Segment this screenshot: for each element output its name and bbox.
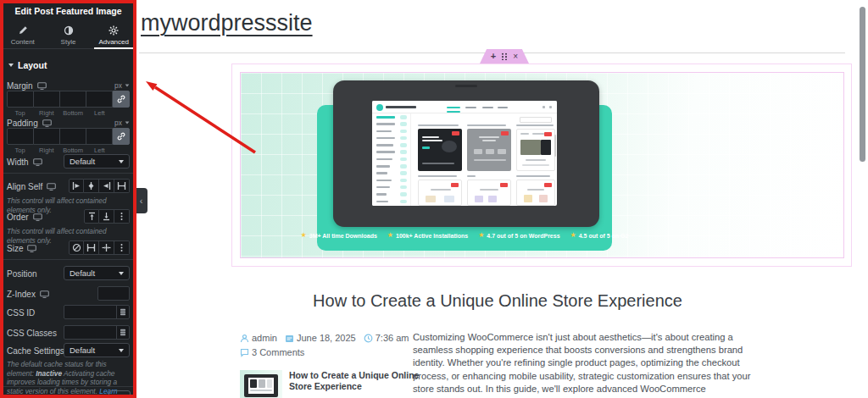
padding-right-input[interactable] [34, 128, 60, 145]
app-template-card-dark [418, 129, 462, 171]
monitor-icon[interactable] [37, 82, 47, 90]
panel-footer-button[interactable] [108, 390, 131, 398]
size-shrink-button[interactable] [99, 240, 114, 255]
gear-icon [108, 25, 119, 36]
post-body-text: Customizing WooCommerce isn't just about… [413, 331, 752, 398]
order-custom-button[interactable] [114, 209, 130, 224]
meta-author[interactable]: admin [240, 333, 277, 343]
stat-g2-rating: ★4.5 out of 5 on G2 [570, 232, 629, 239]
app-close-icon [549, 106, 552, 108]
width-select[interactable]: Default [64, 154, 130, 169]
chevron-down-icon [119, 349, 124, 352]
align-center-button[interactable] [84, 179, 99, 193]
order-first-button[interactable] [84, 209, 99, 224]
monitor-icon[interactable] [33, 158, 42, 166]
app-template-card-gray [467, 129, 511, 171]
monitor-icon[interactable] [27, 245, 36, 252]
link-icon [117, 132, 125, 141]
chevron-down-icon [8, 64, 14, 67]
tab-style[interactable]: Style [46, 22, 92, 48]
size-options [69, 240, 130, 255]
tab-advanced[interactable]: Advanced [91, 22, 136, 48]
monitor-icon[interactable] [33, 213, 42, 221]
page-scrollbar-thumb[interactable] [860, 7, 865, 162]
star-icon: ★ [301, 232, 307, 239]
padding-bottom-input[interactable] [60, 128, 86, 145]
related-post-thumbnail[interactable] [240, 370, 282, 398]
monitor-icon[interactable] [42, 119, 52, 127]
monitor-icon[interactable] [47, 183, 56, 191]
z-index-input[interactable] [98, 290, 129, 298]
elementor-editor-screen: mywordpresssite + × [0, 0, 868, 398]
app-template-card-light [516, 129, 555, 171]
chevron-down-icon [125, 84, 130, 86]
padding-left-input[interactable] [86, 128, 113, 145]
template-library-screenshot [372, 101, 557, 206]
pro-badge [544, 183, 552, 187]
link-values-button[interactable] [113, 91, 130, 108]
panel-collapse-handle[interactable]: ‹ [135, 188, 147, 213]
clock-icon [364, 334, 373, 343]
monitor-icon[interactable] [40, 290, 49, 298]
margin-top-input[interactable] [7, 91, 34, 108]
size-custom-button[interactable] [114, 240, 130, 255]
post-meta: admin June 18, 2025 7:36 am 3 Comments [240, 333, 409, 362]
align-stretch-button[interactable] [114, 179, 130, 193]
order-options [84, 209, 130, 224]
position-select[interactable]: Default [64, 266, 130, 280]
database-icon [120, 329, 126, 336]
tablet-camera [455, 85, 477, 87]
pro-badge [544, 132, 552, 136]
half-circle-icon [64, 25, 74, 36]
css-id-input[interactable] [64, 308, 116, 317]
css-classes-input-wrap [64, 325, 130, 340]
margin-bottom-input[interactable] [60, 91, 86, 108]
unit-select[interactable]: px [114, 81, 130, 90]
app-template-card [418, 180, 462, 206]
app-sync-icon [542, 106, 545, 108]
size-none-button[interactable] [69, 240, 84, 255]
elementor-settings-panel: Edit Post Featured Image Content Style A… [0, 0, 136, 398]
pro-badge [452, 131, 459, 135]
margin-left-input[interactable] [86, 91, 113, 108]
calendar-icon [285, 334, 294, 343]
order-last-button[interactable] [99, 209, 114, 224]
app-template-card [467, 180, 511, 206]
align-start-button[interactable] [69, 179, 84, 193]
site-logo-link[interactable]: mywordpresssite [141, 10, 313, 36]
chevron-left-icon: ‹ [140, 196, 143, 206]
section-divider [0, 386, 136, 387]
meta-time: 7:36 am [364, 333, 409, 343]
align-end-button[interactable] [99, 179, 114, 193]
cache-settings-select[interactable]: Default [64, 343, 130, 357]
related-post-title[interactable]: How to Create a Unique Online Store Expe… [289, 370, 423, 392]
section-divider [0, 259, 136, 260]
padding-sublabels: TopRightBottomLeft [7, 146, 113, 154]
padding-top-input[interactable] [7, 128, 34, 145]
section-divider [0, 173, 136, 174]
post-title: How to Create a Unique Online Store Expe… [139, 291, 856, 311]
featured-image-widget[interactable]: ★3M+ All time Downloads ★100k+ Active In… [240, 72, 844, 258]
dynamic-tags-button[interactable] [116, 326, 129, 339]
margin-right-input[interactable] [34, 91, 60, 108]
widget-handle[interactable]: + × [480, 49, 529, 64]
drag-handle-icon[interactable] [501, 53, 508, 60]
add-widget-icon[interactable]: + [491, 52, 496, 61]
delete-widget-icon[interactable]: × [513, 53, 518, 61]
app-card-title [418, 175, 457, 177]
app-nav-item [482, 107, 493, 109]
unit-select[interactable]: px [114, 119, 130, 127]
size-grow-button[interactable] [84, 240, 99, 255]
app-card-title [467, 124, 506, 126]
css-classes-input[interactable] [64, 329, 116, 337]
pro-badge [451, 183, 459, 187]
meta-comments[interactable]: 3 Comments [240, 347, 304, 357]
dynamic-tags-button[interactable] [116, 306, 129, 318]
app-card-title [516, 175, 550, 177]
z-index-input-wrap [97, 286, 130, 301]
layout-section-header[interactable]: Layout [8, 60, 47, 70]
link-values-button[interactable] [113, 128, 130, 145]
panel-tabs: Content Style Advanced [0, 22, 136, 49]
tab-content[interactable]: Content [0, 22, 46, 48]
stat-downloads: ★3M+ All time Downloads [301, 232, 377, 239]
